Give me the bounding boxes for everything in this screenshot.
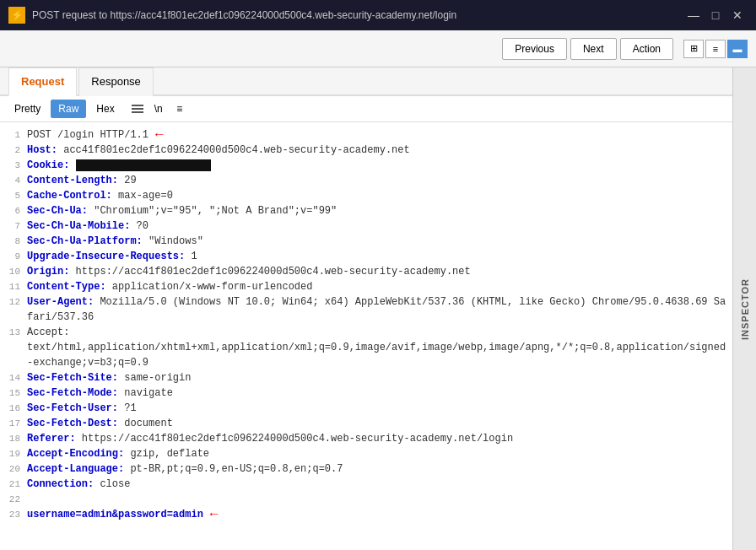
request-line: 16Sec-Fetch-User: ?1 [0,401,732,416]
line-content: Accept: [27,325,729,340]
request-line: 10Origin: https://acc41f801ec2def1c09622… [0,264,732,279]
line-number: 20 [3,461,27,477]
line-number: 14 [3,370,27,386]
line-content: Referer: https://acc41f801ec2def1c096224… [27,431,729,446]
line-number: 16 [3,401,27,416]
request-line: 18Referer: https://acc41f801ec2def1c0962… [0,431,732,446]
title-bar: ⚡ POST request to https://acc41f801ec2de… [0,0,756,30]
request-line: 6Sec-Ch-Ua: "Chromium";v="95", ";Not A B… [0,203,732,218]
line-number: 6 [3,203,27,218]
line-content: Sec-Fetch-Mode: navigate [27,386,729,401]
window-controls: — □ ✕ [683,5,748,25]
line-content: Sec-Fetch-Site: same-origin [27,370,729,386]
request-line: 23username=admin&password=admin← [0,507,732,522]
view-detail-button[interactable]: ▬ [727,40,748,58]
line-content: Origin: https://acc41f801ec2def1c0962240… [27,264,729,279]
line-number: 18 [3,431,27,446]
view-list-button[interactable]: ≡ [705,40,726,58]
request-line: 3Cookie: [0,158,732,173]
line-content: Sec-Ch-Ua-Platform: "Windows" [27,234,729,249]
line-number: 13 [3,325,27,340]
fmt-menu-icon[interactable]: ≡ [170,100,189,118]
next-button[interactable]: Next [570,38,617,60]
line-number: 3 [3,158,27,173]
line-content: Accept-Encoding: gzip, deflate [27,446,729,461]
line-number: 8 [3,234,27,249]
fmt-pretty-button[interactable]: Pretty [7,100,48,118]
line-content: Sec-Ch-Ua: "Chromium";v="95", ";Not A Br… [27,203,729,218]
view-controls: ⊞ ≡ ▬ [683,40,748,58]
line-number: 5 [3,188,27,203]
previous-button[interactable]: Previous [502,38,567,60]
request-line: 11Content-Type: application/x-www-form-u… [0,279,732,294]
fmt-hex-button[interactable]: Hex [89,100,122,118]
line-content: POST /login HTTP/1.1← [27,127,729,143]
view-grid-button[interactable]: ⊞ [683,40,704,58]
line-number: 22 [3,492,27,507]
fmt-stream-icon[interactable] [128,100,147,118]
line-content: User-Agent: Mozilla/5.0 (Windows NT 10.0… [27,294,729,325]
line-number: 10 [3,264,27,279]
line-content: Sec-Fetch-User: ?1 [27,401,729,416]
line-number: 12 [3,294,27,310]
content-panel: Request Response Pretty Raw Hex \n ≡ 1PO… [0,67,732,550]
minimize-button[interactable]: — [683,5,704,25]
close-button[interactable]: ✕ [727,5,748,25]
line-content: Cache-Control: max-age=0 [27,188,729,203]
action-button[interactable]: Action [620,38,673,60]
maximize-button[interactable]: □ [705,5,726,25]
line-content: Upgrade-Insecure-Requests: 1 [27,249,729,264]
request-line: 7Sec-Ch-Ua-Mobile: ?0 [0,218,732,234]
line-content: Cookie: [27,158,729,173]
toolbar: Previous Next Action ⊞ ≡ ▬ [0,30,756,67]
line-content: Accept-Language: pt-BR,pt;q=0.9,en-US;q=… [27,461,729,477]
request-line: 17Sec-Fetch-Dest: document [0,416,732,431]
line-number: 21 [3,477,27,492]
line-number: 19 [3,446,27,461]
request-line: 8Sec-Ch-Ua-Platform: "Windows" [0,234,732,249]
format-bar: Pretty Raw Hex \n ≡ [0,96,732,122]
line-content: Host: acc41f801ec2def1c096224000d500c4.w… [27,143,729,158]
request-line: 12User-Agent: Mozilla/5.0 (Windows NT 10… [0,294,732,325]
request-line: 20Accept-Language: pt-BR,pt;q=0.9,en-US;… [0,461,732,477]
line-content: Sec-Fetch-Dest: document [27,416,729,431]
inspector-panel: INSPECTOR [732,67,756,550]
line-number: 7 [3,218,27,234]
line-number: 23 [3,507,27,522]
request-line: 9Upgrade-Insecure-Requests: 1 [0,249,732,264]
request-line: 14Sec-Fetch-Site: same-origin [0,370,732,386]
line-content: Content-Type: application/x-www-form-url… [27,279,729,294]
line-number: 9 [3,249,27,264]
line-number: 11 [3,279,27,294]
svg-rect-2 [132,111,143,113]
fmt-newline-icon[interactable]: \n [149,100,168,118]
request-line: 22 [0,492,732,507]
line-number: 17 [3,416,27,431]
line-number: 1 [3,127,27,143]
request-body[interactable]: 1POST /login HTTP/1.1←2Host: acc41f801ec… [0,122,732,550]
request-line: text/html,application/xhtml+xml,applicat… [0,340,732,370]
tab-request[interactable]: Request [8,67,77,96]
line-content: Connection: close [27,477,729,492]
request-line: 15Sec-Fetch-Mode: navigate [0,386,732,401]
burp-icon: ⚡ [8,7,25,24]
inspector-label: INSPECTOR [740,270,750,348]
line-content: Sec-Ch-Ua-Mobile: ?0 [27,218,729,234]
line-content: text/html,application/xhtml+xml,applicat… [27,340,729,370]
svg-rect-1 [132,108,143,110]
request-line: 1POST /login HTTP/1.1← [0,127,732,143]
line-content: username=admin&password=admin← [27,507,729,522]
tab-response[interactable]: Response [78,67,154,96]
request-line: 21Connection: close [0,477,732,492]
line-number: 2 [3,143,27,158]
request-line: 13Accept: [0,325,732,340]
main-area: Request Response Pretty Raw Hex \n ≡ 1PO… [0,67,756,550]
window-title: POST request to https://acc41f801ec2def1… [32,9,677,21]
line-number: 4 [3,173,27,188]
fmt-raw-button[interactable]: Raw [51,100,86,118]
request-line: 19Accept-Encoding: gzip, deflate [0,446,732,461]
tab-bar: Request Response [0,67,732,96]
request-line: 5Cache-Control: max-age=0 [0,188,732,203]
request-line: 2Host: acc41f801ec2def1c096224000d500c4.… [0,143,732,158]
request-line: 4Content-Length: 29 [0,173,732,188]
